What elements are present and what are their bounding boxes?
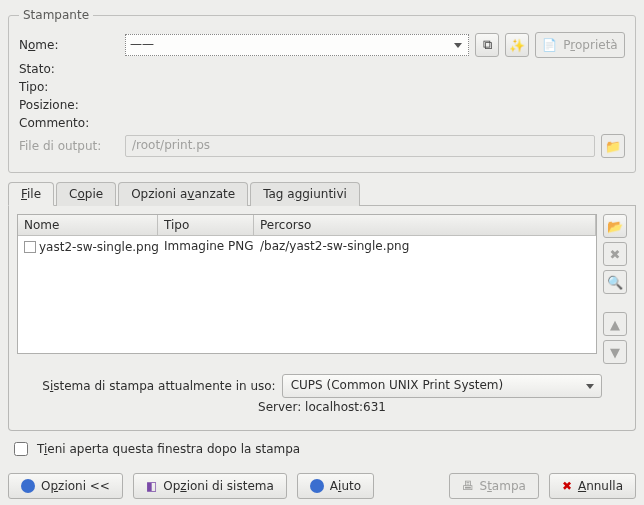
- col-header-type[interactable]: Tipo: [158, 215, 254, 235]
- wizard-button[interactable]: ✨: [505, 33, 529, 57]
- properties-button: 📄 Proprietà: [535, 32, 625, 58]
- folder-open-icon: 📂: [607, 219, 623, 234]
- printer-icon: 🖶: [462, 479, 474, 493]
- keep-open-label: Tieni aperta questa finestra dopo la sta…: [37, 442, 300, 456]
- image-file-icon: [24, 241, 36, 253]
- properties-icon: 📄: [542, 38, 557, 52]
- wand-icon: ✨: [509, 38, 525, 53]
- name-label: Nome:: [19, 38, 119, 52]
- tab-copies[interactable]: Copie: [56, 182, 116, 206]
- remove-icon: ✖: [610, 247, 621, 262]
- table-row[interactable]: yast2-sw-single.png Immagine PNG /baz/ya…: [18, 236, 596, 257]
- keep-open-checkbox[interactable]: [14, 442, 28, 456]
- arrow-up-circle-icon: [21, 479, 35, 493]
- state-label: Stato:: [19, 62, 119, 76]
- preview-file-button: 🔍: [603, 270, 627, 294]
- cancel-icon: ✖: [562, 479, 572, 493]
- file-listview[interactable]: Nome Tipo Percorso yast2-sw-single.png I…: [17, 214, 597, 354]
- col-header-name[interactable]: Nome: [18, 215, 158, 235]
- tab-advanced-options[interactable]: Opzioni avanzate: [118, 182, 248, 206]
- list-header: Nome Tipo Percorso: [18, 215, 596, 236]
- printer-group: Stampante Nome: —— ⧉ ✨ 📄 Proprietà Stato…: [8, 8, 636, 173]
- tab-additional-tags[interactable]: Tag aggiuntivi: [250, 182, 360, 206]
- browse-output-button: 📁: [601, 134, 625, 158]
- printer-name-combo[interactable]: ——: [125, 34, 469, 56]
- remove-file-button: ✖: [603, 242, 627, 266]
- col-header-path[interactable]: Percorso: [254, 215, 596, 235]
- help-button[interactable]: Aiuto: [297, 473, 374, 499]
- comment-label: Commento:: [19, 116, 119, 130]
- arrow-down-icon: ▼: [610, 345, 620, 360]
- tab-bar: File Copie Opzioni avanzate Tag aggiunti…: [8, 181, 636, 206]
- type-label: Tipo:: [19, 80, 119, 94]
- filter-printers-button[interactable]: ⧉: [475, 33, 499, 57]
- folder-icon: 📁: [605, 139, 621, 154]
- printer-group-title: Stampante: [19, 8, 93, 22]
- system-options-button[interactable]: ◧ Opzioni di sistema: [133, 473, 287, 499]
- filter-icon: ⧉: [483, 37, 492, 53]
- move-down-button: ▼: [603, 340, 627, 364]
- help-icon: [310, 479, 324, 493]
- system-options-icon: ◧: [146, 479, 157, 493]
- tab-file[interactable]: File: [8, 182, 54, 206]
- magnifier-icon: 🔍: [607, 275, 623, 290]
- print-system-combo[interactable]: CUPS (Common UNIX Print System): [282, 374, 602, 398]
- options-toggle-button[interactable]: Opzioni <<: [8, 473, 123, 499]
- cancel-button[interactable]: ✖ Annulla: [549, 473, 636, 499]
- arrow-up-icon: ▲: [610, 317, 620, 332]
- print-system-label: Sistema di stampa attualmente in uso:: [42, 379, 275, 393]
- server-label: Server: localhost:631: [17, 400, 627, 414]
- print-button: 🖶 Stampa: [449, 473, 539, 499]
- output-file-label: File di output:: [19, 139, 119, 153]
- add-file-button[interactable]: 📂: [603, 214, 627, 238]
- tab-panel-file: Nome Tipo Percorso yast2-sw-single.png I…: [8, 206, 636, 431]
- position-label: Posizione:: [19, 98, 119, 112]
- move-up-button: ▲: [603, 312, 627, 336]
- output-file-input: /root/print.ps: [125, 135, 595, 157]
